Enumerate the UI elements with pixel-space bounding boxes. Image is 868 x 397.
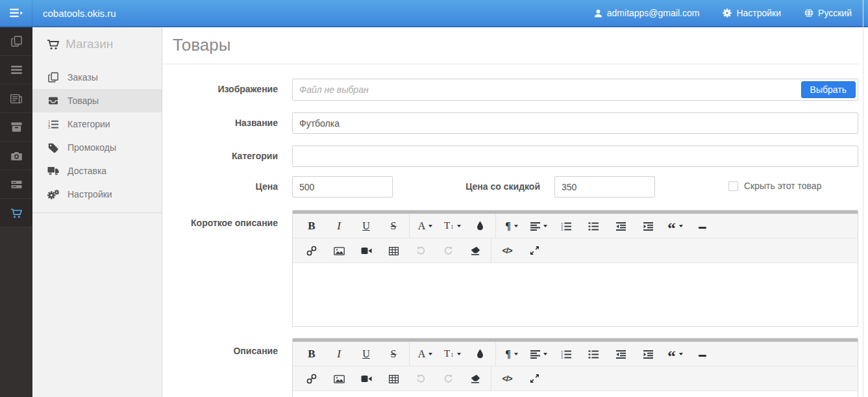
short-description-content[interactable] [293, 263, 858, 326]
short-description-row: Короткое описание BIUSAT↕¶123“</> [162, 210, 858, 327]
ink-button[interactable] [467, 344, 493, 364]
font-size-button[interactable]: T↕ [440, 344, 465, 364]
align-button[interactable] [526, 344, 552, 364]
paragraph-button[interactable]: ¶ [499, 344, 525, 364]
orders-icon [47, 72, 59, 83]
code-button[interactable]: </> [494, 241, 520, 261]
paragraph-icon: ¶ [505, 349, 511, 359]
code-button[interactable]: </> [494, 369, 520, 389]
hr-button[interactable] [689, 344, 715, 364]
ink-button[interactable] [467, 216, 493, 236]
quote-button[interactable]: “ [662, 344, 688, 364]
underline-icon: U [362, 221, 370, 231]
sidebar-item-orders[interactable]: Заказы [32, 66, 162, 89]
hr-button[interactable] [689, 216, 715, 236]
link-button[interactable] [299, 241, 325, 261]
description-content[interactable] [293, 391, 858, 397]
site-brand[interactable]: cobatools.okis.ru [43, 8, 116, 19]
undo-button[interactable] [408, 241, 434, 261]
quote-button[interactable]: “ [662, 216, 688, 236]
hide-product-checkbox[interactable] [728, 181, 738, 191]
eraser-icon [470, 374, 480, 383]
strikethrough-button[interactable]: S [380, 216, 406, 236]
toolbar-separator [495, 214, 496, 238]
rail-item-archive[interactable] [0, 113, 32, 142]
unordered-list-button[interactable] [580, 216, 606, 236]
image-button[interactable] [326, 369, 352, 389]
underline-button[interactable]: U [353, 216, 379, 236]
rail-item-server[interactable] [0, 170, 32, 199]
chevron-down-icon [543, 225, 547, 227]
link-button[interactable] [299, 369, 325, 389]
table-button[interactable] [380, 369, 406, 389]
ordered-list-button[interactable]: 123 [553, 344, 579, 364]
fullscreen-button[interactable] [521, 241, 547, 261]
italic-button[interactable]: I [326, 344, 352, 364]
sale-price-input[interactable] [554, 176, 655, 198]
redo-icon [443, 374, 453, 384]
hide-product-label: Скрыть этот товар [744, 181, 821, 191]
nav-settings[interactable]: Настройки [723, 8, 781, 18]
rail-item-media[interactable] [0, 142, 32, 170]
italic-icon: I [337, 348, 341, 359]
user-account-menu[interactable]: admitapps@gmail.com [594, 8, 700, 18]
categories-input[interactable] [292, 146, 858, 167]
fullscreen-button[interactable] [521, 369, 547, 389]
ink-icon [477, 221, 484, 231]
sidebar-item-delivery[interactable]: Доставка [32, 159, 162, 183]
font-color-button[interactable]: A [412, 216, 438, 236]
cart-icon [10, 208, 22, 218]
sidebar-item-promocodes[interactable]: Промокоды [32, 136, 162, 159]
unordered-list-icon [588, 349, 599, 359]
undo-button[interactable] [408, 369, 434, 389]
redo-icon [443, 246, 453, 256]
svg-text:3: 3 [561, 228, 563, 231]
rail-item-pages[interactable] [0, 27, 32, 56]
redo-button[interactable] [435, 241, 461, 261]
chevron-down-icon [679, 225, 683, 227]
bold-button[interactable]: B [299, 344, 325, 364]
price-input[interactable] [292, 176, 393, 198]
table-button[interactable] [380, 241, 406, 261]
top-navbar: cobatools.okis.ru admitapps@gmail.com На… [0, 0, 868, 27]
fullscreen-icon [530, 374, 539, 384]
unordered-list-button[interactable] [580, 344, 606, 364]
outdent-button[interactable] [608, 216, 634, 236]
sidebar-item-label: Настройки [68, 189, 112, 199]
outdent-button[interactable] [608, 344, 634, 364]
video-button[interactable] [353, 241, 379, 261]
image-button[interactable] [326, 241, 352, 261]
language-switcher[interactable]: Русский [804, 8, 852, 18]
eraser-button[interactable] [462, 241, 488, 261]
font-size-button[interactable]: T↕ [440, 216, 465, 236]
sidebar-item-products[interactable]: Товары [32, 89, 162, 112]
sidebar-toggle-button[interactable] [0, 0, 32, 26]
strikethrough-button[interactable]: S [380, 344, 406, 364]
cart-icon [47, 39, 59, 50]
italic-button[interactable]: I [326, 216, 352, 236]
align-button[interactable] [526, 216, 552, 236]
choose-file-button[interactable]: Выбрать [801, 81, 856, 98]
name-input[interactable] [292, 112, 858, 134]
indent-button[interactable] [635, 216, 661, 236]
image-file-input[interactable] [292, 79, 858, 101]
indent-button[interactable] [635, 344, 661, 364]
rail-item-menu[interactable] [0, 56, 32, 84]
font-color-icon: A [418, 349, 426, 359]
ordered-list-button[interactable]: 123 [553, 216, 579, 236]
sidebar-item-settings[interactable]: Настройки [32, 183, 162, 206]
redo-button[interactable] [435, 369, 461, 389]
video-button[interactable] [353, 369, 379, 389]
paragraph-button[interactable]: ¶ [499, 216, 525, 236]
sidebar-item-categories[interactable]: 123 Категории [32, 112, 162, 136]
rail-item-shop[interactable] [0, 199, 32, 227]
rail-item-news[interactable] [0, 84, 32, 113]
underline-button[interactable]: U [353, 344, 379, 364]
font-color-button[interactable]: A [412, 344, 438, 364]
scrollbar-track[interactable] [863, 0, 863, 397]
eraser-button[interactable] [462, 369, 488, 389]
toolbar-separator [409, 342, 410, 366]
bold-button[interactable]: B [299, 216, 325, 236]
categories-icon: 123 [47, 120, 59, 129]
outdent-icon [616, 221, 626, 231]
